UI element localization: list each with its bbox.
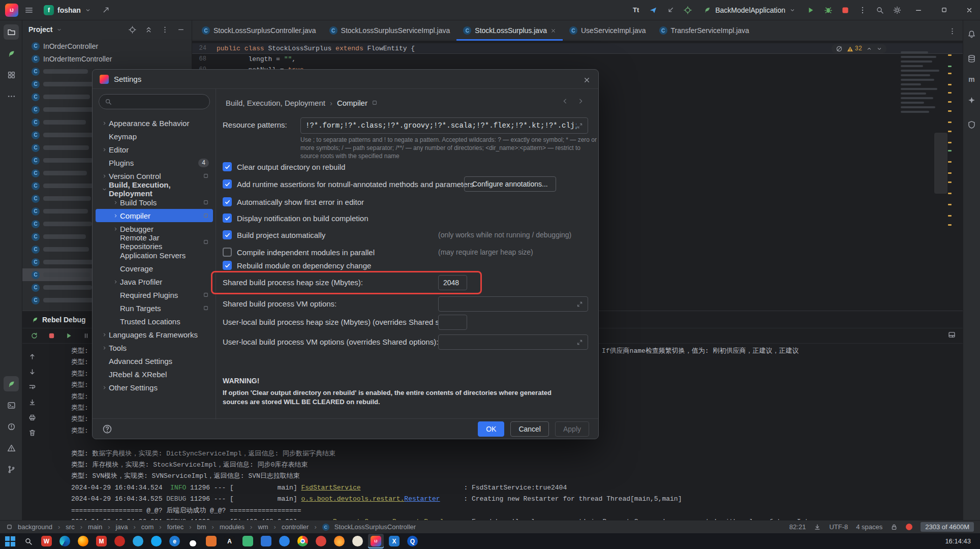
breadcrumb-item[interactable]: java [116,523,128,531]
light-app-icon[interactable] [350,534,365,548]
project-panel-title[interactable]: Project [28,25,52,34]
up-icon[interactable] [26,351,38,362]
project-widget[interactable]: f foshan [40,2,96,18]
tree-item-inordercontroller[interactable]: CInOrderController [22,40,192,52]
tab-stocklosssurplusserviceimpl-java[interactable]: CStockLossSurplusServiceImpl.java [323,20,457,41]
notifications-icon[interactable] [964,26,979,42]
terminal-icon[interactable] [4,398,19,413]
resume-icon[interactable] [63,330,74,342]
chevron-down-icon[interactable] [55,23,63,36]
expand-icon[interactable] [576,123,583,129]
database-icon[interactable] [964,51,979,66]
firefox-icon[interactable] [75,534,91,548]
breadcrumb-item[interactable]: Build, Execution, Deployment [226,99,325,107]
ie-icon[interactable]: e [167,534,182,548]
help-icon[interactable] [102,423,113,435]
xmind-icon[interactable]: X [386,534,402,548]
qq-icon[interactable] [185,534,201,548]
maximize-button[interactable] [933,0,955,20]
mail-icon[interactable]: M [94,534,109,548]
checkbox-checked[interactable] [223,230,232,239]
locate-file-icon[interactable] [126,23,139,36]
ok-button[interactable]: OK [478,421,504,437]
error-indicator-icon[interactable] [906,524,912,530]
checkbox-checked[interactable] [223,261,232,270]
chevron-up-icon[interactable] [866,46,872,52]
more-icon[interactable] [4,88,19,104]
configure-annotations-button[interactable]: Configure annotations... [464,176,556,192]
search-everywhere-icon[interactable] [873,4,886,17]
breadcrumb-item[interactable]: com [141,523,154,531]
wps-icon[interactable]: W [39,534,54,548]
jrebel-icon[interactable] [4,46,19,61]
settings-tree-item-build-execution-deployment[interactable]: Build, Execution, Deployment [96,182,213,196]
tab-rebel-debug[interactable]: Rebel Debug [25,311,92,328]
search-button[interactable] [20,534,36,548]
field-shared-build-process-vm-options[interactable] [438,296,588,312]
inspections-widget[interactable]: 32 [832,44,886,53]
breadcrumb-item[interactable]: Compiler [337,99,368,107]
breadcrumb-item[interactable]: src [66,523,74,531]
layout-settings-icon[interactable] [948,331,956,339]
settings-tree-item-appearance-behavior[interactable]: Appearance & Behavior [96,116,213,130]
close-icon[interactable] [550,28,556,34]
taskbar-clock[interactable]: 16:14:43 [945,537,980,545]
soft-wrap-icon[interactable] [26,381,38,392]
wechat-icon[interactable] [240,534,256,548]
breadcrumb-item[interactable]: StockLossSurplusController [334,523,416,531]
netease-icon[interactable] [112,534,128,548]
idea-icon[interactable]: IJ [368,534,384,548]
rebel-debug-icon[interactable] [4,376,19,391]
encoding-indicator[interactable]: UTF-8 [829,523,848,531]
settings-tree-item-run-targets[interactable]: Run Targets [96,301,213,315]
expand-icon[interactable] [576,339,583,346]
scroll-to-end-icon[interactable] [26,396,38,408]
dingtalk-icon[interactable] [148,534,164,548]
settings-tree-item-required-plugins[interactable]: Required Plugins [96,288,213,301]
resource-patterns-field[interactable]: !?*.form;!?*.class;!?*.groovy;!?*.scala;… [300,117,588,134]
settings-tree-item-editor[interactable]: Editor [96,143,213,156]
project-icon[interactable] [4,24,19,40]
terminal-app-icon[interactable]: A [222,534,237,548]
breadcrumb-item[interactable]: bm [197,523,206,531]
close-icon[interactable] [580,73,593,86]
settings-tree-item-java-profiler[interactable]: Java Profiler [96,275,213,288]
close-button[interactable] [959,0,980,20]
flame-icon[interactable] [331,534,347,548]
settings-tree-item-compiler[interactable]: Compiler [96,209,213,222]
edge-icon[interactable] [57,534,73,548]
chevron-down-icon[interactable] [876,46,882,52]
clear-icon[interactable] [26,427,38,438]
translate-icon[interactable]: Tt [629,4,642,17]
stop-button[interactable] [839,4,852,17]
scrollbar-thumb[interactable] [934,133,947,194]
more-icon[interactable] [158,23,171,36]
collapse-all-icon[interactable] [142,23,155,36]
stop-icon[interactable] [46,330,57,342]
settings-tree-item-keymap[interactable]: Keymap [96,130,213,143]
breadcrumb-item[interactable]: main [88,523,102,531]
maven-icon[interactable]: m [968,75,974,83]
cancel-button[interactable]: Cancel [510,421,549,437]
chrome-icon[interactable] [295,534,311,548]
checkbox-checked[interactable] [223,214,232,223]
lock-icon[interactable] [891,524,898,531]
editor-minimap[interactable] [901,51,944,311]
settings-tree-item-jrebel-xrebel[interactable]: JRebel & XRebel [96,368,213,381]
warnings-icon[interactable] [4,440,19,455]
checkbox-unchecked[interactable] [223,248,232,257]
run-button[interactable] [804,4,817,17]
run-config-widget[interactable]: BackModelApplication [698,2,800,18]
debug-button[interactable] [821,4,835,17]
dependencies-icon[interactable] [964,117,979,132]
forward-icon[interactable] [577,98,584,105]
ai-assistant-icon[interactable] [964,93,979,108]
settings-tree-item-trusted-locations[interactable]: Trusted Locations [96,315,213,328]
tab-transferserviceimpl-java[interactable]: CTransferServiceImpl.java [653,20,756,41]
telegram-icon[interactable] [647,4,660,17]
problems-icon[interactable] [4,419,19,434]
locate-icon[interactable] [681,4,694,17]
checkbox-checked[interactable] [223,197,232,206]
start-button[interactable] [2,534,18,548]
structure-icon[interactable] [4,67,19,82]
